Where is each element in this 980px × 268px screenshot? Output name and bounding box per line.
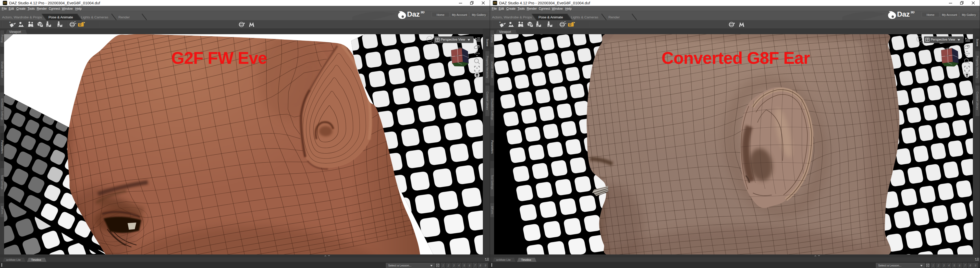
svg-text:+: +: [499, 21, 501, 24]
svg-text:Pose & Animate: Pose & Animate: [48, 15, 73, 19]
svg-text:Render: Render: [608, 15, 620, 19]
svg-text:Timeline: Timeline: [31, 258, 41, 262]
svg-text:Daz: Daz: [407, 11, 420, 18]
svg-text:3D: 3D: [911, 11, 915, 14]
svg-text:aniMate Lite: aniMate Lite: [496, 258, 511, 262]
svg-text:Lights & Cameras: Lights & Cameras: [571, 15, 598, 19]
svg-text:Pose & Animate: Pose & Animate: [538, 15, 563, 19]
svg-text:Viewport: Viewport: [499, 30, 511, 34]
svg-text:aniMate Lite: aniMate Lite: [6, 258, 21, 262]
svg-text:Actors, Wardrobe & Props: Actors, Wardrobe & Props: [2, 15, 42, 19]
svg-text:Daz: Daz: [897, 11, 910, 18]
svg-text:Render: Render: [118, 15, 130, 19]
svg-text:Left: Left: [945, 54, 949, 57]
svg-text:3D: 3D: [421, 11, 425, 14]
svg-text:Actors, Wardrobe & Props: Actors, Wardrobe & Props: [492, 15, 532, 19]
svg-text:Viewport: Viewport: [9, 30, 21, 34]
svg-text:Perspective View: Perspective View: [931, 38, 956, 41]
svg-text:Left: Left: [455, 54, 459, 57]
svg-text:+: +: [9, 21, 11, 24]
svg-text:Lights & Cameras: Lights & Cameras: [81, 15, 108, 19]
svg-text:Perspective View: Perspective View: [441, 38, 466, 41]
svg-text:Timeline: Timeline: [521, 258, 531, 262]
